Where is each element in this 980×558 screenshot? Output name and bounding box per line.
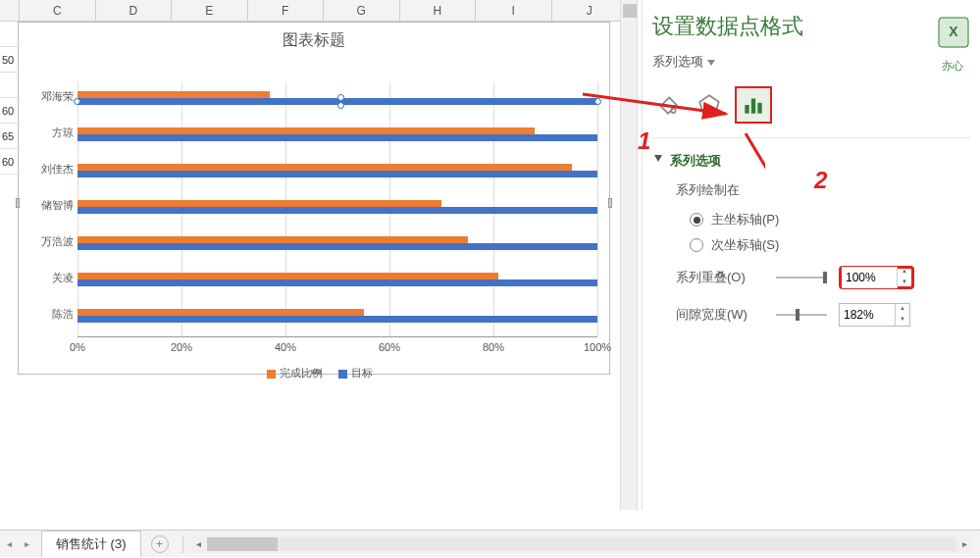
bar-series1[interactable]	[77, 127, 535, 134]
cell[interactable]: 65	[0, 124, 18, 149]
chart-plot-area[interactable]: 邓海荣 方琼 刘佳杰 储智博 万浩波	[77, 81, 597, 336]
slider-thumb[interactable]	[796, 309, 799, 321]
radio-icon	[690, 213, 703, 227]
bar-series2[interactable]	[77, 207, 597, 214]
panel-tab-row	[643, 86, 980, 137]
cell[interactable]	[0, 22, 18, 47]
chart-resize-handle[interactable]	[16, 198, 20, 208]
panel-title: 设置数据点格式	[643, 0, 980, 47]
cell[interactable]: 60	[0, 98, 18, 124]
col-hdr[interactable]: D	[96, 0, 173, 21]
scroll-right-icon[interactable]: ▸	[956, 536, 972, 552]
col-hdr[interactable]: J	[552, 0, 629, 21]
radio-label: 次坐标轴(S)	[711, 236, 779, 254]
bar-series2[interactable]	[77, 279, 597, 286]
radio-label: 主坐标轴(P)	[711, 211, 779, 228]
horizontal-scrollbar[interactable]: ◂ ▸	[191, 535, 973, 553]
legend-swatch-icon	[338, 370, 347, 379]
effects-tab[interactable]	[694, 89, 725, 121]
col-hdr[interactable]: E	[172, 0, 248, 21]
chevron-down-icon	[707, 60, 715, 66]
bar-series2[interactable]	[77, 316, 597, 323]
data-point-handle[interactable]	[337, 94, 344, 101]
col-hdr[interactable]: G	[324, 0, 400, 21]
bar-series1[interactable]	[77, 273, 498, 279]
cell[interactable]: 60	[0, 149, 18, 175]
gap-slider[interactable]	[776, 314, 827, 316]
series-overlap-row: 系列重叠(O) ▲ ▼	[643, 258, 980, 295]
new-sheet-button[interactable]: +	[151, 535, 169, 553]
col-hdr[interactable]: C	[20, 0, 96, 21]
series-options-dropdown[interactable]: 系列选项	[643, 47, 980, 86]
fill-and-line-tab[interactable]	[652, 89, 684, 121]
row-values-left: 50 60 65 60	[0, 22, 18, 175]
scrollbar-track[interactable]	[207, 537, 957, 551]
bar-series2[interactable]	[77, 171, 597, 178]
svg-rect-2	[757, 103, 761, 114]
series-options-section[interactable]: 系列选项	[643, 148, 980, 179]
primary-axis-radio[interactable]: 主坐标轴(P)	[643, 207, 980, 232]
embedded-chart[interactable]: 图表标题 邓海荣 方琼 刘佳杰 储智博	[18, 22, 610, 375]
bar-series2[interactable]	[77, 134, 597, 141]
x-tick: 20%	[171, 341, 192, 353]
data-point-handle[interactable]	[337, 102, 344, 109]
overlap-slider[interactable]	[776, 277, 827, 279]
chart-resize-handle[interactable]	[608, 198, 612, 208]
gap-input[interactable]: ▲ ▼	[839, 303, 910, 327]
col-hdr[interactable]: F	[248, 0, 325, 21]
overlap-label: 系列重叠(O)	[676, 269, 764, 286]
bar-series1[interactable]	[77, 309, 364, 316]
cell[interactable]: 50	[0, 47, 18, 73]
x-tick: 0%	[70, 341, 85, 353]
gap-field[interactable]	[840, 304, 895, 326]
scrollbar-thumb[interactable]	[623, 4, 637, 18]
series-options-tab[interactable]	[735, 86, 772, 124]
data-point-handle[interactable]	[594, 98, 601, 105]
gridline	[597, 81, 598, 336]
chart-legend[interactable]: 完成比例 目标	[19, 366, 609, 380]
spin-up-icon[interactable]: ▲	[898, 267, 911, 278]
legend-swatch-icon	[267, 370, 276, 379]
x-axis[interactable]	[77, 336, 597, 337]
col-hdr[interactable]: H	[400, 0, 477, 21]
bar-series2-selected[interactable]	[77, 98, 597, 105]
legend-label: 完成比例	[280, 367, 323, 379]
overlap-input[interactable]: ▲ ▼	[839, 266, 914, 289]
svg-text:X: X	[949, 24, 958, 39]
category-label: 刘佳杰	[21, 162, 74, 177]
x-tick: 60%	[379, 341, 400, 353]
bar-series1[interactable]	[77, 91, 270, 98]
bar-series1[interactable]	[77, 236, 468, 243]
sheet-tab-bar: ◂ ▸ 销售统计 (3) + ◂ ▸	[0, 530, 980, 557]
cell[interactable]	[0, 73, 18, 98]
overlap-field[interactable]	[842, 267, 897, 288]
gap-label: 间隙宽度(W)	[676, 306, 764, 324]
vertical-scrollbar[interactable]	[620, 0, 638, 510]
radio-icon	[690, 238, 703, 252]
annotation-number-1: 1	[638, 127, 650, 155]
scrollbar-thumb[interactable]	[207, 537, 278, 551]
sheet-tab[interactable]: 销售统计 (3)	[41, 531, 141, 557]
divider	[182, 535, 183, 553]
data-point-handle[interactable]	[74, 98, 80, 105]
format-data-point-pane: 设置数据点格式 系列选项 系列选项 系列绘制在 主坐标轴(P) 次坐标轴(S) …	[642, 0, 980, 510]
scroll-left-icon[interactable]: ◂	[191, 536, 207, 552]
paint-bucket-icon	[655, 92, 681, 118]
category-label: 陈浩	[21, 307, 74, 322]
tab-nav-next[interactable]: ▸	[20, 537, 33, 551]
bar-series1[interactable]	[77, 164, 572, 171]
chart-title[interactable]: 图表标题	[19, 23, 609, 59]
category-label: 邓海荣	[21, 89, 74, 104]
col-hdr[interactable]: I	[476, 0, 552, 21]
spin-down-icon[interactable]: ▼	[898, 278, 911, 288]
secondary-axis-radio[interactable]: 次坐标轴(S)	[643, 232, 980, 258]
spin-down-icon[interactable]: ▼	[896, 315, 909, 326]
annotation-number-2: 2	[814, 167, 827, 194]
spin-up-icon[interactable]: ▲	[896, 304, 909, 315]
bar-series2[interactable]	[77, 243, 597, 250]
bar-series1[interactable]	[77, 200, 441, 207]
gap-width-row: 间隙宽度(W) ▲ ▼	[643, 295, 980, 332]
tab-nav-prev[interactable]: ◂	[2, 537, 16, 551]
slider-thumb[interactable]	[823, 272, 827, 283]
excel-logo-icon: X 亦心	[931, 12, 974, 74]
